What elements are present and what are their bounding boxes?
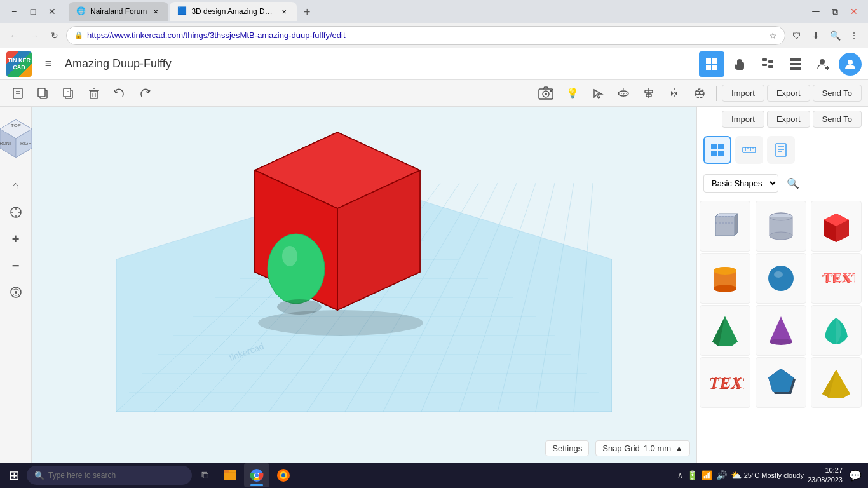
circle-select-button[interactable] [612, 82, 635, 105]
fit-all-button[interactable] [4, 201, 27, 224]
send-to-button-panel[interactable]: Send To [813, 111, 862, 128]
tab-tinkercad[interactable]: 🟦 3D design Amazing Duup-Fulffy ✕ [170, 2, 297, 21]
start-button[interactable]: ⊞ [4, 465, 24, 485]
url-bar[interactable]: 🔒 https://www.tinkercad.com/things/3thss… [66, 26, 785, 45]
extensions-button[interactable]: 🛡 [788, 27, 806, 44]
new-tab-button[interactable]: + [298, 3, 316, 21]
shapes-category-dropdown[interactable]: Basic Shapes [703, 174, 778, 193]
shape-cylinder-hole[interactable] [756, 201, 806, 252]
shape-box[interactable] [811, 201, 862, 252]
shape-box-hole[interactable] [700, 201, 750, 252]
add-user-button[interactable] [811, 51, 836, 77]
taskbar-firefox[interactable] [271, 463, 296, 487]
new-design-button[interactable] [6, 82, 29, 105]
tab-bar: 🌐 Nairaland Forum ✕ 🟦 3D design Amazing … [64, 2, 804, 21]
export-button[interactable]: Export [767, 85, 810, 102]
shape-text[interactable]: TEXT TEXT [811, 253, 862, 304]
code-blocks-button[interactable] [755, 51, 780, 77]
zoom-in-button[interactable]: + [4, 227, 27, 250]
shape-sphere[interactable] [756, 253, 806, 304]
shape-text-bold[interactable]: TEXT TEXT [700, 357, 750, 408]
profile-button[interactable]: ⬇ [807, 27, 825, 44]
ruler-panel-button[interactable] [735, 136, 763, 164]
svg-rect-143 [224, 470, 229, 473]
shape-cone-teal[interactable] [811, 305, 862, 356]
duplicate-button[interactable] [57, 82, 80, 105]
shape-pyramid-yellow[interactable] [811, 357, 862, 408]
task-view-button[interactable]: ⧉ [194, 465, 215, 485]
send-to-button[interactable]: Send To [813, 85, 862, 102]
tray-up-arrow[interactable]: ∧ [677, 471, 683, 480]
light-button[interactable]: 💡 [561, 82, 584, 105]
system-tray: ∧ 🔋 📶 🔊 ⛅ 25°C Mostly cloudy 10:27 23/08… [677, 466, 864, 485]
svg-point-30 [545, 93, 547, 95]
copy-button[interactable] [32, 82, 55, 105]
undo-button[interactable] [108, 82, 131, 105]
tinkercad-logo[interactable]: TIN KER CAD [6, 51, 32, 77]
shape-star[interactable] [756, 357, 806, 408]
group-button[interactable] [688, 82, 711, 105]
zoom-out-button[interactable]: − [4, 254, 27, 277]
taskbar-search-input[interactable] [48, 471, 184, 480]
forward-button[interactable]: → [25, 27, 43, 44]
delete-button[interactable] [83, 82, 105, 105]
taskbar-clock[interactable]: 10:27 23/08/2023 [808, 466, 843, 485]
3d-cube-object[interactable] [217, 119, 458, 336]
svg-point-91 [282, 246, 297, 266]
shape-cylinder[interactable] [700, 253, 750, 304]
tab-close-nairaland[interactable]: ✕ [151, 6, 161, 17]
zoom-button[interactable]: 🔍 [826, 27, 844, 44]
camera-icon [537, 85, 555, 102]
import-button[interactable]: Import [722, 85, 764, 102]
win-minimize-button[interactable]: ─ [807, 3, 825, 20]
export-button-panel[interactable]: Export [767, 111, 810, 128]
close-button[interactable]: ✕ [43, 3, 61, 20]
svg-marker-138 [768, 369, 794, 392]
redo-button[interactable] [133, 82, 156, 105]
win-restore-button[interactable]: ⧉ [826, 3, 844, 20]
svg-marker-107 [715, 214, 738, 217]
sphere-icon [762, 259, 800, 297]
back-button[interactable]: ← [5, 27, 23, 44]
shape-cone[interactable] [756, 305, 806, 356]
tab-close-tinkercad[interactable]: ✕ [279, 6, 289, 17]
look-around-button[interactable] [4, 281, 27, 304]
select-button[interactable] [587, 82, 609, 105]
minimize-button[interactable]: − [5, 3, 23, 20]
grid-panel-button[interactable] [703, 136, 731, 164]
svg-rect-21 [64, 88, 71, 97]
snap-grid-display: Snap Grid 1.0 mm ▲ [595, 440, 690, 456]
maximize-button[interactable]: □ [24, 3, 42, 20]
user-avatar-button[interactable] [839, 53, 862, 76]
data-button[interactable] [783, 51, 808, 77]
cone-icon [762, 311, 800, 349]
mirror-button[interactable] [663, 82, 686, 105]
taskbar-chrome[interactable] [244, 463, 269, 487]
notes-panel-button[interactable] [767, 136, 795, 164]
taskbar-search-box[interactable]: 🔍 [27, 466, 192, 485]
bottom-bar: Settings Snap Grid 1.0 mm ▲ [545, 440, 690, 456]
home-view-button[interactable]: ⌂ [4, 174, 27, 197]
settings-button[interactable]: Settings [545, 440, 589, 456]
align-button[interactable] [637, 82, 660, 105]
svg-rect-97 [743, 147, 756, 152]
simulate-button[interactable] [727, 51, 752, 77]
svg-point-84 [258, 310, 423, 336]
win-close-button[interactable]: ✕ [845, 3, 863, 20]
grid-panel-icon [710, 142, 725, 158]
bookmark-icon[interactable]: ☆ [769, 30, 777, 41]
text-3d-icon: TEXT TEXT [817, 259, 855, 297]
tab-nairaland[interactable]: 🌐 Nairaland Forum ✕ [69, 2, 168, 21]
taskbar-file-explorer[interactable] [217, 463, 243, 487]
viewport[interactable]: tinkercad [32, 107, 696, 463]
grid-view-button[interactable] [699, 51, 724, 77]
refresh-button[interactable]: ↻ [46, 27, 64, 44]
camera-button[interactable] [533, 81, 559, 106]
hamburger-menu-button[interactable]: ≡ [38, 54, 58, 74]
search-shapes-button[interactable]: 🔍 [783, 173, 803, 193]
weather-text: 25°C Mostly cloudy [744, 471, 804, 479]
import-button-panel[interactable]: Import [722, 111, 764, 128]
notification-button[interactable]: 💬 [846, 466, 864, 484]
shape-pyramid[interactable] [700, 305, 750, 356]
menu-button[interactable]: ⋮ [845, 27, 863, 44]
